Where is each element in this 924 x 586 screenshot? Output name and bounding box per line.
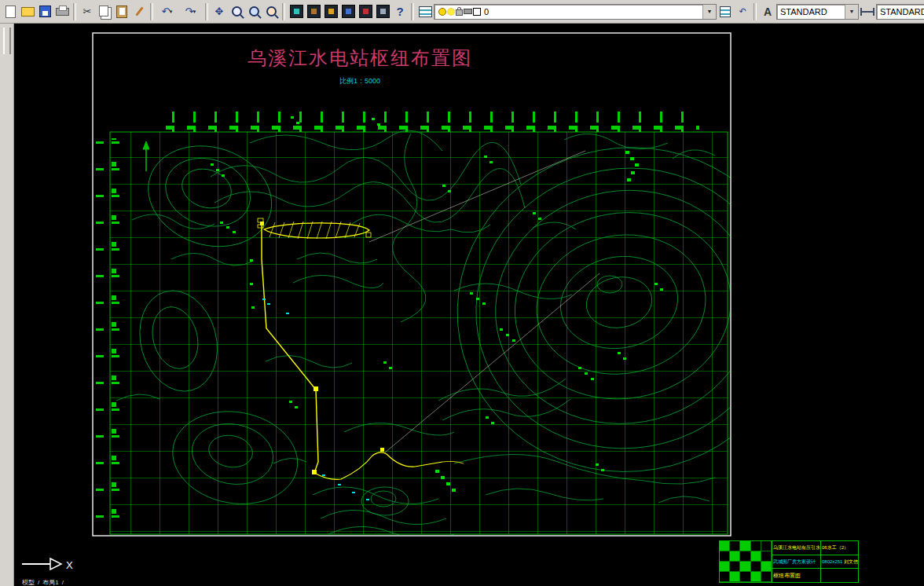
tab-model[interactable]: 模型 xyxy=(22,579,35,586)
pan-icon: ✥ xyxy=(215,6,224,16)
redo-dropdown-icon: ▼ xyxy=(192,9,196,14)
dim-style-button[interactable] xyxy=(859,2,876,21)
scissors-icon: ✂ xyxy=(83,6,92,16)
top-ticks xyxy=(161,112,699,132)
help-icon: ? xyxy=(396,5,403,17)
student-id: 0802z251 xyxy=(822,559,842,564)
new-file-icon xyxy=(6,5,16,18)
make-object-layer-current-button[interactable] xyxy=(717,2,734,21)
toolbar-separator xyxy=(282,3,285,20)
magnifier-previous-icon xyxy=(266,6,277,16)
zoom-realtime-button[interactable] xyxy=(228,2,245,21)
dimension-icon xyxy=(860,8,874,16)
copy-button[interactable] xyxy=(96,2,113,21)
layer-dropdown-arrow[interactable]: ▼ xyxy=(702,5,716,19)
toolbar-separator xyxy=(150,3,153,20)
text-style-icon: A xyxy=(764,6,772,17)
printer-icon xyxy=(56,8,69,16)
drawing-title: 乌溪江水电站枢纽布置图 xyxy=(248,47,472,68)
layout-tab-strip: 模型 / 布局1 / xyxy=(14,579,258,586)
undo-dropdown-icon: ▼ xyxy=(168,9,173,14)
layer-on-off-icon[interactable] xyxy=(438,6,446,17)
text-style-dropdown[interactable]: STANDARD ▼ xyxy=(776,4,859,20)
magnifier-icon xyxy=(232,6,242,16)
student-name: 刘文佶 xyxy=(844,559,858,566)
class-label: 06水工（2） xyxy=(821,541,858,555)
toolbar-separator xyxy=(205,3,208,20)
layer-properties-manager-button[interactable] xyxy=(416,2,434,21)
application-window: ✂ ↶▼ ↷▼ ✥ ? 0 ▼ ↶ A xyxy=(0,0,924,586)
sheet-set-manager-button[interactable] xyxy=(339,2,357,21)
dim-style-value: STANDARD xyxy=(880,7,924,16)
text-style-dropdown-arrow[interactable]: ▼ xyxy=(845,5,858,19)
toolbar-separator xyxy=(73,3,76,20)
layers-stack-icon xyxy=(419,6,432,17)
save-icon xyxy=(39,5,51,17)
scale-label: 比例1：5000 xyxy=(339,77,380,85)
current-layer-name: 0 xyxy=(484,7,489,16)
text-style-button[interactable]: A xyxy=(759,2,776,21)
magnifier-window-icon xyxy=(249,6,259,16)
project-name: 乌溪江水电站有压引水 xyxy=(772,541,821,555)
map-grid xyxy=(110,132,728,534)
help-button[interactable]: ? xyxy=(391,2,409,21)
undo-button[interactable]: ↶▼ xyxy=(156,2,179,21)
paintbrush-icon xyxy=(135,6,143,16)
text-style-value: STANDARD xyxy=(780,7,827,16)
new-button[interactable] xyxy=(2,2,19,21)
clipboard-icon xyxy=(116,5,127,18)
tool-palettes-icon xyxy=(324,5,338,18)
dim-style-dropdown[interactable]: STANDARD xyxy=(876,4,924,20)
layer-freeze-icon[interactable] xyxy=(446,6,455,17)
student-cell: 0802z251 刘文佶 xyxy=(821,555,858,569)
markup-set-manager-button[interactable] xyxy=(357,2,374,21)
zoom-previous-button[interactable] xyxy=(262,2,280,21)
quick-calc-button[interactable] xyxy=(374,2,391,21)
sheet-set-icon xyxy=(342,5,355,18)
left-ticks xyxy=(96,138,119,536)
save-button[interactable] xyxy=(36,2,53,21)
paste-button[interactable] xyxy=(113,2,130,21)
layer-plot-icon[interactable] xyxy=(464,6,472,17)
layer-previous-icon: ↶ xyxy=(739,7,746,16)
design-center-icon xyxy=(307,5,321,18)
revision-grid xyxy=(720,541,772,582)
layer-color-swatch xyxy=(472,6,481,17)
layer-current-icon xyxy=(720,6,731,17)
layer-dropdown[interactable]: 0 ▼ xyxy=(434,4,717,20)
copy-icon xyxy=(99,5,108,16)
empty-cell xyxy=(821,569,858,582)
title-block-text: 乌溪江水电站有压引水 06水工（2） 武城围厂房方案设计 0802z251 刘文… xyxy=(772,541,858,582)
ucs-icon: X xyxy=(17,550,80,578)
tab-divider: / xyxy=(62,579,64,586)
match-properties-button[interactable] xyxy=(130,2,148,21)
markup-set-icon xyxy=(359,5,372,18)
design-center-button[interactable] xyxy=(305,2,322,21)
toolbar-separator xyxy=(754,3,757,20)
drawing-viewport[interactable]: 乌溪江水电站枢纽布置图 比例1：5000 xyxy=(14,24,924,586)
open-folder-icon xyxy=(21,7,35,16)
title-block: 乌溪江水电站有压引水 06水工（2） 武城围厂房方案设计 0802z251 刘文… xyxy=(719,540,859,583)
cut-button[interactable]: ✂ xyxy=(79,2,96,21)
ucs-x-arrow xyxy=(50,559,61,570)
open-button[interactable] xyxy=(19,2,36,21)
standard-toolbar: ✂ ↶▼ ↷▼ ✥ ? 0 ▼ ↶ A xyxy=(0,0,924,24)
redo-button[interactable]: ↷▼ xyxy=(179,2,203,21)
tool-palettes-button[interactable] xyxy=(322,2,339,21)
layer-lock-icon[interactable] xyxy=(455,6,464,17)
properties-button[interactable] xyxy=(288,2,305,21)
ucs-x-label: X xyxy=(66,559,73,571)
zoom-window-button[interactable] xyxy=(245,2,262,21)
tab-layout1[interactable]: 布局1 xyxy=(42,579,58,586)
left-toolbar xyxy=(0,24,14,586)
toolbar-separator xyxy=(411,3,414,20)
plot-button[interactable] xyxy=(53,2,71,21)
pan-realtime-button[interactable]: ✥ xyxy=(211,2,228,21)
calculator-icon xyxy=(376,5,390,18)
toolbar-grip[interactable] xyxy=(3,27,11,54)
properties-icon xyxy=(290,5,303,18)
sheet-title: 枢纽布置图 xyxy=(772,569,821,582)
layer-previous-button[interactable]: ↶ xyxy=(734,2,751,21)
design-name: 武城围厂房方案设计 xyxy=(772,555,821,569)
tab-divider: / xyxy=(38,579,39,586)
